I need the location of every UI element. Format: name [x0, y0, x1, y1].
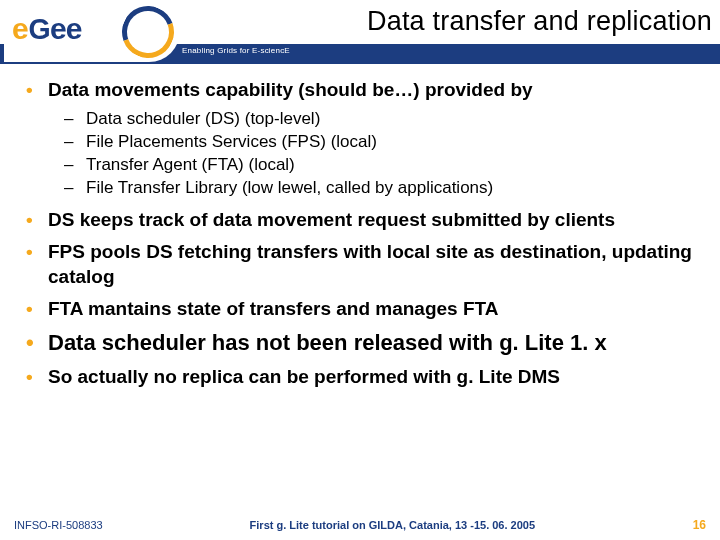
slide-body: Data movements capability (should be…) p… — [24, 78, 700, 398]
bullet-item: FPS pools DS fetching transfers with loc… — [24, 240, 700, 289]
bullet-item: So actually no replica can be performed … — [24, 365, 700, 389]
sub-bullet-item: File Transfer Library (low lewel, called… — [64, 177, 700, 200]
header-tagline: Enabling Grids for E-sciencE — [182, 46, 290, 55]
bullet-item: DS keeps track of data movement request … — [24, 208, 700, 232]
slide: Data transfer and replication Enabling G… — [0, 0, 720, 540]
logo-text: eGee — [12, 12, 81, 46]
sub-bullet-item: Transfer Agent (FTA) (local) — [64, 154, 700, 177]
footer-event: First g. Lite tutorial on GILDA, Catania… — [123, 519, 662, 531]
bullet-item: Data movements capability (should be…) p… — [24, 78, 700, 200]
footer-reference: INFSO-RI-508833 — [14, 519, 103, 531]
sub-bullet-item: Data scheduler (DS) (top-level) — [64, 108, 700, 131]
bullet-item: FTA mantains state of transfers and mana… — [24, 297, 700, 321]
slide-title: Data transfer and replication — [200, 6, 712, 37]
bullet-item: Data scheduler has not been released wit… — [24, 329, 700, 357]
slide-header: Data transfer and replication Enabling G… — [0, 0, 720, 64]
slide-footer: INFSO-RI-508833 First g. Lite tutorial o… — [0, 514, 720, 540]
page-number: 16 — [682, 518, 706, 532]
bullet-text: Data movements capability (should be…) p… — [48, 79, 533, 100]
egee-logo: eGee — [4, 0, 180, 62]
sub-bullet-item: File Placements Services (FPS) (local) — [64, 131, 700, 154]
